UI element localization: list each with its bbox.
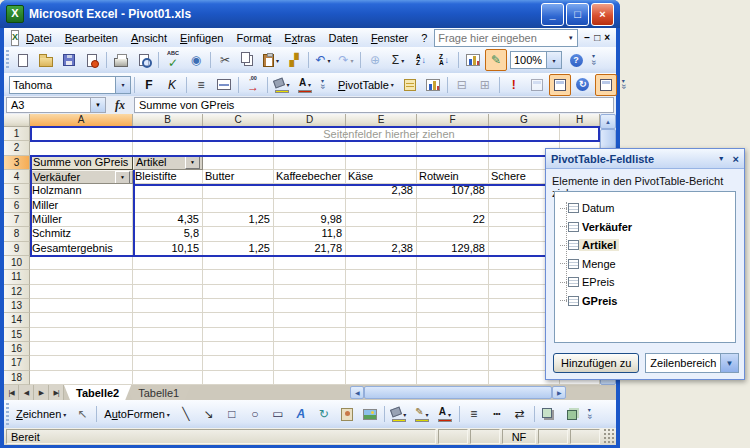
cell-B10[interactable]: [133, 256, 203, 270]
cut-icon[interactable]: ✂: [214, 49, 236, 71]
horizontal-scroll-thumb[interactable]: [364, 386, 552, 399]
cell-B15[interactable]: [133, 328, 203, 342]
cell-D5[interactable]: [274, 184, 346, 198]
question-input[interactable]: [435, 32, 564, 44]
cell-C6[interactable]: [203, 199, 274, 213]
menu-help[interactable]: ?: [415, 31, 433, 45]
cell-B6[interactable]: [133, 199, 203, 213]
tab-nav-button-0[interactable]: |◀: [4, 385, 19, 400]
cell-B9[interactable]: 10,15: [133, 242, 203, 256]
undo-icon[interactable]: ↶▾: [312, 49, 334, 71]
cell-D15[interactable]: [274, 328, 346, 342]
scroll-up-icon[interactable]: ▲: [600, 114, 616, 129]
row-header-2[interactable]: 2: [4, 141, 30, 155]
menu-extras[interactable]: Extras: [278, 31, 321, 45]
bold-icon[interactable]: F: [138, 74, 160, 96]
field-item-epreis[interactable]: EPreis: [555, 273, 735, 292]
cell-A2[interactable]: [30, 141, 133, 155]
tab-nav-button-3[interactable]: ▶|: [49, 385, 64, 400]
drawing-toolbar-icon[interactable]: ✎: [485, 49, 507, 71]
workbook-restore-button[interactable]: □: [594, 32, 600, 43]
cell-C14[interactable]: [203, 313, 274, 327]
row-header-13[interactable]: 13: [4, 299, 30, 313]
cell-E9[interactable]: 2,38: [346, 242, 417, 256]
picture-icon[interactable]: [359, 403, 381, 425]
row-header-17[interactable]: 17: [4, 356, 30, 370]
cell-C7[interactable]: 1,25: [203, 213, 274, 227]
panel-title-bar[interactable]: PivotTable-Feldliste ▼ ×: [546, 149, 744, 169]
select-all-corner[interactable]: [4, 114, 30, 127]
cell-D12[interactable]: [274, 285, 346, 299]
font-color-icon[interactable]: A▾: [434, 403, 456, 425]
cell-F17[interactable]: [417, 356, 489, 370]
toolbar-options-icon[interactable]: ▾»: [317, 75, 328, 95]
cell-B5[interactable]: [133, 184, 203, 198]
cell-A4[interactable]: Verkäufer▼: [30, 170, 133, 184]
scroll-right-icon[interactable]: ▶: [552, 386, 566, 399]
cell-B14[interactable]: [133, 313, 203, 327]
sheet-tab-tabelle1[interactable]: Tabelle1: [126, 385, 191, 400]
field-item-gpreis[interactable]: GPreis: [555, 292, 735, 311]
row-header-16[interactable]: 16: [4, 342, 30, 356]
cell-D9[interactable]: 21,78: [274, 242, 346, 256]
zeichnen-menu-button[interactable]: Zeichnen▾: [12, 404, 70, 424]
cell-E15[interactable]: [346, 328, 417, 342]
chart-wizard-icon[interactable]: [462, 49, 484, 71]
toolbar-options-icon[interactable]: ▾»: [588, 50, 599, 70]
cell-C15[interactable]: [203, 328, 274, 342]
arrow-icon[interactable]: ↘: [198, 403, 220, 425]
cell-F4[interactable]: Rotwein: [417, 170, 489, 184]
cell-B12[interactable]: [133, 285, 203, 299]
row-header-5[interactable]: 5: [4, 184, 30, 198]
row-header-15[interactable]: 15: [4, 328, 30, 342]
scroll-left-icon[interactable]: ◀: [350, 386, 364, 399]
fill-color-icon[interactable]: ▾: [388, 403, 410, 425]
cell-C17[interactable]: [203, 356, 274, 370]
cell-A6[interactable]: Miller: [30, 199, 133, 213]
toolbar-handle[interactable]: [6, 403, 9, 425]
pivottable-menu-button[interactable]: PivotTable▾: [334, 75, 398, 95]
cell-D17[interactable]: [274, 356, 346, 370]
cell-F3[interactable]: [417, 156, 489, 170]
cell-F15[interactable]: [417, 328, 489, 342]
wordart-icon[interactable]: A: [290, 403, 312, 425]
cell-F11[interactable]: [417, 270, 489, 284]
row-header-6[interactable]: 6: [4, 199, 30, 213]
cell-F2[interactable]: [417, 141, 489, 155]
cell-B17[interactable]: [133, 356, 203, 370]
cell-E11[interactable]: [346, 270, 417, 284]
cell-F10[interactable]: [417, 256, 489, 270]
cell-C18[interactable]: [203, 371, 274, 385]
cell-C13[interactable]: [203, 299, 274, 313]
cell-B8[interactable]: 5,8: [133, 227, 203, 241]
zoom-combo[interactable]: 100%▾: [510, 51, 562, 69]
row-header-1[interactable]: 1: [4, 127, 30, 141]
cell-D3[interactable]: [274, 156, 346, 170]
cell-A18[interactable]: [30, 371, 133, 385]
cell-A12[interactable]: [30, 285, 133, 299]
threed-style-icon[interactable]: [561, 403, 583, 425]
toolbar-handle[interactable]: [6, 50, 9, 70]
field-settings-icon[interactable]: ↻: [572, 74, 594, 96]
cell-F13[interactable]: [417, 299, 489, 313]
cell-B3[interactable]: Artikel▼: [133, 156, 203, 170]
cell-B4[interactable]: Bleistifte: [133, 170, 203, 184]
cell-A13[interactable]: [30, 299, 133, 313]
cell-B13[interactable]: [133, 299, 203, 313]
row-header-10[interactable]: 10: [4, 256, 30, 270]
row-header-4[interactable]: 4: [4, 170, 30, 184]
cell-D18[interactable]: [274, 371, 346, 385]
cell-F12[interactable]: [417, 285, 489, 299]
cell-A5[interactable]: Holzmann: [30, 184, 133, 198]
cell-B11[interactable]: [133, 270, 203, 284]
workbook-minimize-button[interactable]: −: [584, 32, 590, 43]
row-header-12[interactable]: 12: [4, 285, 30, 299]
menu-datei[interactable]: Datei: [20, 31, 58, 45]
field-dropdown-icon[interactable]: ▼: [185, 156, 200, 169]
area-dropdown[interactable]: Zeilenbereich ▼: [645, 353, 739, 373]
autoformen-menu-button[interactable]: AutoFormen▾: [100, 404, 174, 424]
cell-C16[interactable]: [203, 342, 274, 356]
cell-E16[interactable]: [346, 342, 417, 356]
font-name-combo[interactable]: Tahoma▾: [9, 76, 131, 94]
panel-menu-arrow-icon[interactable]: ▼: [718, 155, 725, 162]
